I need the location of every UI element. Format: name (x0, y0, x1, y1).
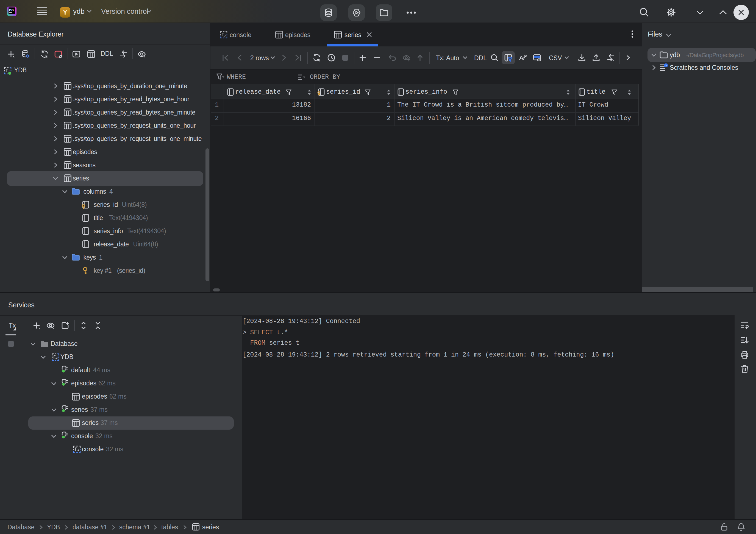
svg-text:DG: DG (9, 9, 14, 12)
